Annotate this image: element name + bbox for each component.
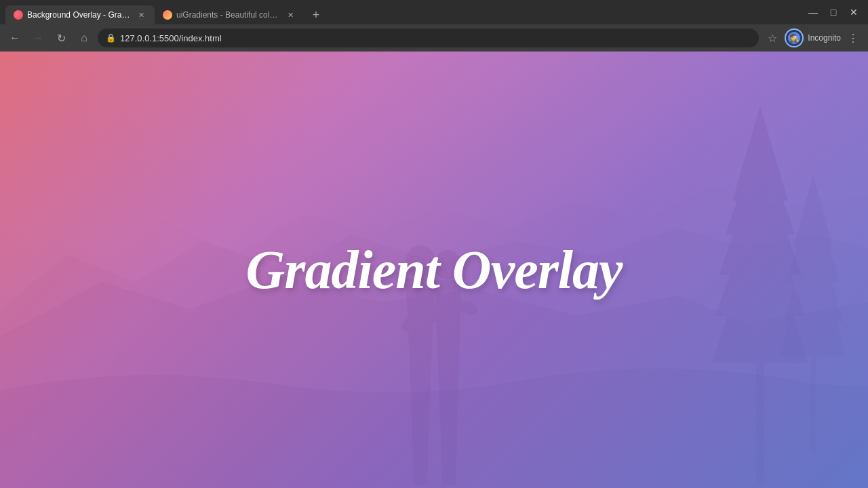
back-button[interactable]: ←	[5, 28, 24, 47]
incognito-icon: 🕵	[789, 33, 800, 43]
tabs-container: Background Overlay - Gradient ✕ uiGradie…	[0, 0, 326, 24]
tab-1-favicon	[14, 10, 23, 20]
reload-button[interactable]: ↻	[52, 28, 71, 47]
tab-1-title: Background Overlay - Gradient	[27, 10, 132, 20]
hero-title: Gradient Overlay	[245, 239, 622, 301]
profile-icon: 🕵	[788, 32, 800, 44]
tab-2[interactable]: uiGradients - Beautiful colored g... ✕	[155, 5, 304, 24]
address-bar[interactable]: 🔒	[98, 28, 759, 47]
lock-icon: 🔒	[106, 33, 116, 43]
tab-2-title: uiGradients - Beautiful colored g...	[176, 10, 281, 20]
toolbar: ← → ↻ ⌂ 🔒 ☆ 🕵 Incognito ⋮	[0, 24, 868, 52]
tab-1[interactable]: Background Overlay - Gradient ✕	[5, 5, 155, 24]
profile-button[interactable]: 🕵	[785, 28, 804, 47]
tab-2-favicon	[163, 10, 172, 20]
bookmark-button[interactable]: ☆	[763, 28, 782, 47]
close-button[interactable]: ✕	[845, 3, 863, 21]
forward-button[interactable]: →	[28, 28, 47, 47]
url-input[interactable]	[120, 33, 751, 43]
maximize-button[interactable]: □	[825, 3, 842, 21]
toolbar-right: ☆ 🕵 Incognito ⋮	[763, 28, 863, 47]
tab-2-close[interactable]: ✕	[285, 9, 296, 20]
home-button[interactable]: ⌂	[75, 28, 94, 47]
profile-label: Incognito	[808, 33, 841, 43]
window-controls: — □ ✕	[804, 3, 863, 21]
menu-button[interactable]: ⋮	[844, 28, 863, 47]
tab-1-close[interactable]: ✕	[136, 9, 146, 20]
title-bar: Background Overlay - Gradient ✕ uiGradie…	[0, 0, 868, 24]
minimize-button[interactable]: —	[804, 3, 822, 21]
browser-window: Background Overlay - Gradient ✕ uiGradie…	[0, 0, 868, 488]
webpage: Gradient Overlay	[0, 52, 868, 488]
new-tab-button[interactable]: +	[307, 5, 326, 24]
